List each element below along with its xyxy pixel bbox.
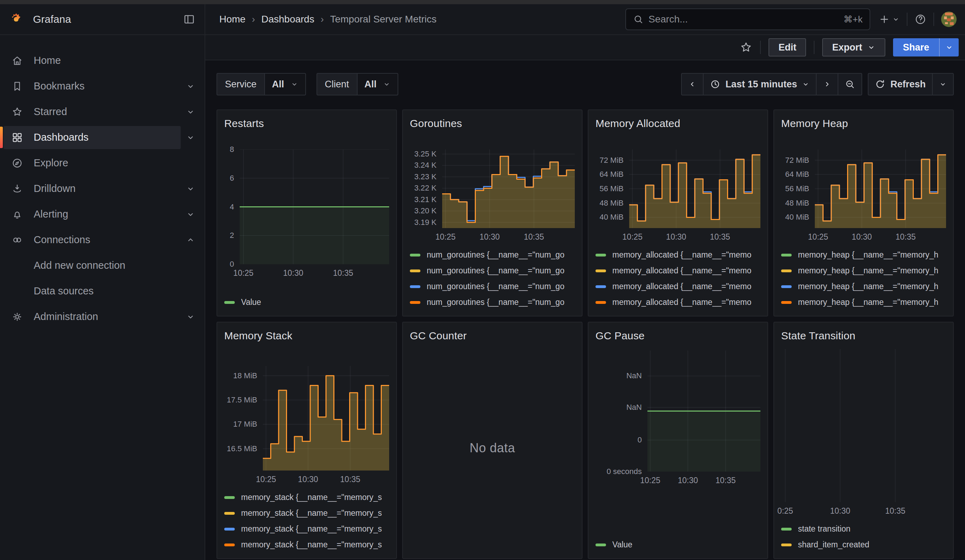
legend-item[interactable]: state transition xyxy=(781,521,946,537)
sidebar-link-explore[interactable]: Explore xyxy=(3,152,181,175)
share-menu-button[interactable] xyxy=(939,38,959,57)
refresh-interval-button[interactable] xyxy=(932,73,954,95)
sidebar-link-connections[interactable]: Connections xyxy=(3,229,181,251)
star-icon xyxy=(11,106,23,118)
time-range-picker[interactable]: Last 15 minutes xyxy=(703,73,816,95)
sidebar-link-add-new-connection[interactable]: Add new connection xyxy=(3,254,181,277)
y-axis-label: 4 xyxy=(230,202,234,212)
breadcrumb-dashboards[interactable]: Dashboards xyxy=(262,14,314,25)
legend-series-label: memory_stack {__name__="memory_s xyxy=(241,524,382,534)
chevron-down-icon[interactable] xyxy=(181,107,200,116)
breadcrumb-home[interactable]: Home xyxy=(219,14,245,25)
sidebar-link-starred[interactable]: Starred xyxy=(3,100,181,124)
sidebar-link-administration[interactable]: Administration xyxy=(3,305,181,328)
chart-svg xyxy=(648,351,761,472)
sidebar-toggle-icon[interactable] xyxy=(181,11,198,28)
sidebar-link-drilldown[interactable]: Drilldown xyxy=(3,177,181,200)
chart-plot[interactable] xyxy=(781,349,946,502)
chevron-up-icon[interactable] xyxy=(181,235,200,245)
panel-title[interactable]: GC Pause xyxy=(595,328,761,343)
legend-item[interactable]: memory_allocated {__name__="memo xyxy=(595,247,761,263)
legend-series-color xyxy=(781,254,792,256)
chart-plot[interactable] xyxy=(815,149,946,228)
panel-title[interactable]: Memory Allocated xyxy=(595,116,761,131)
chart-plot[interactable] xyxy=(240,149,389,264)
client-filter[interactable]: Client All xyxy=(317,73,399,95)
panel-state-transition: State Transition0:2510:3010:35state tran… xyxy=(774,322,954,559)
chevron-down-icon[interactable] xyxy=(181,82,200,91)
legend-item[interactable]: Value xyxy=(224,294,389,310)
legend-item[interactable]: memory_heap {__name__="memory_h xyxy=(781,263,946,279)
refresh-button[interactable]: Refresh xyxy=(868,73,933,95)
legend-item[interactable]: num_goroutines {__name__="num_go xyxy=(410,294,575,310)
service-filter[interactable]: Service All xyxy=(216,73,306,95)
chart-plot[interactable] xyxy=(442,149,575,228)
sidebar-item-label: Explore xyxy=(34,157,68,169)
dashboard-toolbar: Edit Export Share xyxy=(205,35,965,60)
chevron-down-icon[interactable] xyxy=(181,133,200,142)
legend-item[interactable]: num_goroutines {__name__="num_go xyxy=(410,263,575,279)
legend-item[interactable]: Value xyxy=(595,537,761,553)
panel-title[interactable]: Memory Stack xyxy=(224,328,389,343)
panel-title[interactable]: GC Counter xyxy=(410,328,575,343)
legend-item[interactable]: memory_stack {__name__="memory_s xyxy=(224,521,389,537)
search-input[interactable] xyxy=(648,14,839,25)
legend-item[interactable]: memory_heap {__name__="memory_h xyxy=(781,247,946,263)
legend-item[interactable]: memory_allocated {__name__="memo xyxy=(595,263,761,279)
legend-item[interactable]: memory_heap {__name__="memory_h xyxy=(781,279,946,294)
legend-item[interactable]: memory_allocated {__name__="memo xyxy=(595,294,761,310)
chevron-down-icon[interactable] xyxy=(181,184,200,193)
sidebar-link-data-sources[interactable]: Data sources xyxy=(3,280,181,303)
top-navbar: Home › Dashboards › Temporal Server Metr… xyxy=(205,4,965,35)
chart-svg xyxy=(815,149,946,228)
time-back-button[interactable] xyxy=(681,73,703,95)
legend-item[interactable]: num_goroutines {__name__="num_go xyxy=(410,279,575,294)
sidebar-item-data-sources: Data sources xyxy=(0,278,204,304)
export-button[interactable]: Export xyxy=(822,38,885,57)
panel-title[interactable]: Restarts xyxy=(224,116,389,131)
legend-item[interactable]: memory_stack {__name__="memory_s xyxy=(224,505,389,521)
legend-series-color xyxy=(781,285,792,288)
legend-series-label: memory_heap {__name__="memory_h xyxy=(798,250,938,260)
drilldown-icon xyxy=(11,183,23,195)
chart-svg xyxy=(781,349,946,502)
legend-series-label: num_goroutines {__name__="num_go xyxy=(427,266,564,276)
sidebar-link-home[interactable]: Home xyxy=(3,49,181,72)
panel-title[interactable]: State Transition xyxy=(781,328,946,343)
chevron-down-icon[interactable] xyxy=(181,312,200,322)
y-axis-label: 3.22 K xyxy=(414,183,437,193)
share-button[interactable]: Share xyxy=(893,38,939,57)
sidebar-link-bookmarks[interactable]: Bookmarks xyxy=(3,75,181,98)
star-dashboard-icon[interactable] xyxy=(740,41,752,54)
panel-title[interactable]: Memory Heap xyxy=(781,116,946,131)
add-new-button[interactable] xyxy=(879,14,900,25)
grafana-logo-icon[interactable] xyxy=(9,12,23,26)
chart-plot[interactable] xyxy=(629,149,761,228)
chevron-down-icon[interactable] xyxy=(181,210,200,219)
sidebar-item-label: Connections xyxy=(34,234,90,246)
sidebar-link-alerting[interactable]: Alerting xyxy=(3,203,181,226)
legend-series-label: num_goroutines {__name__="num_go xyxy=(427,250,564,260)
y-axis-label: 64 MiB xyxy=(600,170,623,179)
legend-series-label: shard_item_created xyxy=(798,540,869,550)
legend-item[interactable]: memory_allocated {__name__="memo xyxy=(595,279,761,294)
help-icon[interactable] xyxy=(914,13,926,25)
legend-item[interactable]: num_goroutines {__name__="num_go xyxy=(410,247,575,263)
chart-plot[interactable] xyxy=(648,351,761,472)
sidebar-link-dashboards[interactable]: Dashboards xyxy=(3,126,181,149)
breadcrumb-current-page: Temporal Server Metrics xyxy=(330,14,437,25)
legend-item[interactable]: shard_item_created xyxy=(781,537,946,553)
panel-title[interactable]: Goroutines xyxy=(410,116,575,131)
legend-item[interactable]: memory_stack {__name__="memory_s xyxy=(224,537,389,553)
chart-plot[interactable] xyxy=(263,366,389,470)
avatar[interactable] xyxy=(941,11,957,27)
chevron-right-icon xyxy=(823,80,831,88)
legend-item[interactable]: memory_stack {__name__="memory_s xyxy=(224,490,389,505)
search-box[interactable]: ⌘+k xyxy=(625,8,870,30)
legend-item[interactable]: memory_heap {__name__="memory_h xyxy=(781,294,946,310)
panel-legend: memory_heap {__name__="memory_hmemory_he… xyxy=(781,247,946,310)
edit-button[interactable]: Edit xyxy=(769,38,806,57)
time-forward-button[interactable] xyxy=(816,73,838,95)
clock-icon xyxy=(710,79,720,90)
zoom-out-icon[interactable] xyxy=(837,73,862,95)
